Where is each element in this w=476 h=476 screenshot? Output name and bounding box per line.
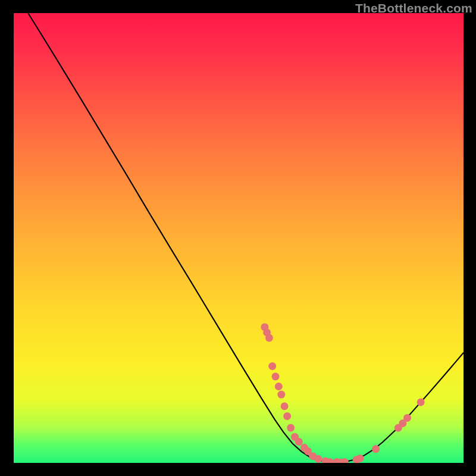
bottleneck-curve bbox=[28, 13, 464, 462]
data-point bbox=[341, 458, 349, 463]
data-point bbox=[277, 391, 285, 399]
watermark-text: TheBottleneck.com bbox=[355, 1, 472, 15]
data-point bbox=[372, 445, 380, 453]
data-point bbox=[314, 455, 322, 463]
data-point bbox=[268, 362, 276, 370]
data-point bbox=[275, 383, 283, 390]
chart-svg bbox=[14, 13, 464, 463]
data-point bbox=[356, 455, 364, 462]
data-point bbox=[295, 438, 303, 446]
data-point bbox=[287, 424, 295, 432]
scatter-points bbox=[261, 323, 424, 463]
data-point bbox=[417, 398, 425, 406]
data-point bbox=[265, 334, 273, 342]
data-point bbox=[283, 412, 291, 420]
data-point bbox=[403, 414, 411, 422]
data-point bbox=[271, 372, 279, 380]
data-point bbox=[281, 402, 289, 410]
